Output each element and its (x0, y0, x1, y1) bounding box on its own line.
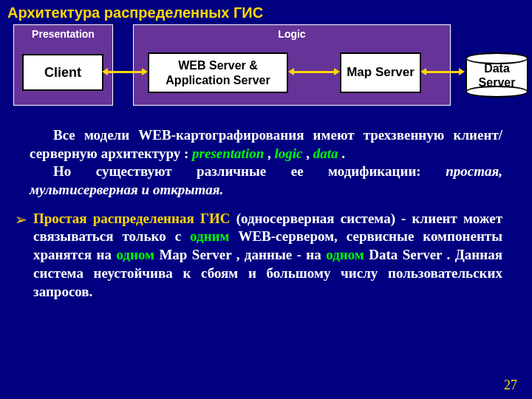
page-number: 27 (504, 378, 517, 393)
architecture-diagram: Presentation Logic Client WEB Server & A… (7, 24, 525, 113)
data-server-node: Data Server (466, 52, 528, 93)
slide-title: Архитектура распределенных ГИС (0, 0, 532, 24)
logic-label: Logic (134, 25, 450, 43)
arrow-map-data (425, 71, 460, 73)
map-server-node: Map Server (340, 52, 421, 93)
data-server-label: Data Server (466, 61, 528, 89)
paragraph-architecture: Все модели WEB-картографирования имеют т… (0, 113, 532, 200)
arrow-web-map (293, 71, 335, 73)
bullet-icon: ➢ (15, 210, 33, 301)
client-node: Client (22, 54, 103, 91)
bullet-simple-gis: ➢ Простая распределенная ГИС (односервер… (0, 200, 532, 301)
arrow-client-web (106, 71, 143, 73)
presentation-label: Presentation (14, 25, 112, 43)
web-app-server-node: WEB Server & Application Server (148, 52, 288, 93)
